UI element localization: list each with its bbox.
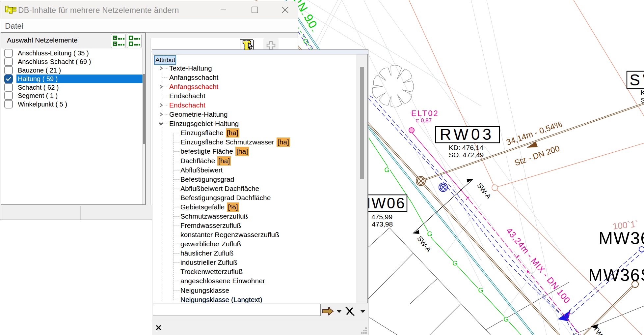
svg-text:MW36S: MW36S: [588, 265, 644, 285]
svg-text:MW36S: MW36S: [599, 228, 644, 248]
svg-text:475,99: 475,99: [371, 213, 392, 221]
svg-text:K: 47: K: 47: [641, 89, 644, 96]
svg-text:SW-A: SW-A: [476, 181, 493, 200]
svg-text:KD: 476,14: KD: 476,14: [449, 144, 483, 151]
svg-text:S: 47: S: 47: [641, 96, 644, 104]
svg-text:RW03: RW03: [440, 126, 494, 143]
svg-text:ELT02: ELT02: [411, 109, 439, 118]
svg-text:43,24m - MIX - DN 100: 43,24m - MIX - DN 100: [504, 226, 572, 305]
svg-text:G: G: [478, 287, 483, 294]
svg-text:473,98: 473,98: [372, 220, 393, 228]
svg-text:G: G: [503, 316, 509, 323]
svg-text:G: G: [384, 166, 389, 173]
svg-text:t: 0,87: t: 0,87: [416, 117, 432, 124]
svg-text:G: G: [427, 230, 432, 237]
svg-text:SO: 472,49: SO: 472,49: [449, 151, 484, 159]
svg-text:G: G: [452, 259, 458, 267]
svg-text:SW04: SW04: [630, 71, 644, 89]
